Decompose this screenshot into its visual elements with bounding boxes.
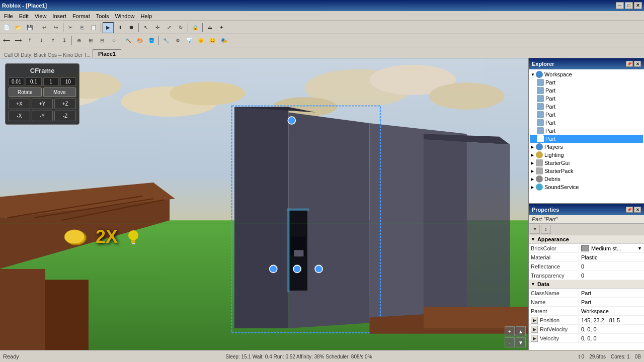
tree-part-6[interactable]: Part — [530, 119, 643, 127]
new-button[interactable]: 📄 — [1, 22, 12, 33]
redo-button[interactable]: ↪ — [50, 22, 61, 33]
menu-file[interactable]: File — [1, 12, 16, 20]
maximize-button[interactable]: □ — [625, 2, 633, 9]
tb2-6[interactable]: ↧ — [59, 35, 70, 46]
tb2-9[interactable]: ⊟ — [97, 35, 108, 46]
open-button[interactable]: 📂 — [13, 22, 24, 33]
menu-tools[interactable]: Tools — [93, 12, 112, 20]
brickcolor-value[interactable]: Medium st... ▼ — [579, 245, 644, 252]
props-sort-btn[interactable]: ↕ — [541, 225, 551, 234]
reflectance-value[interactable]: 0 — [579, 263, 644, 270]
tree-debris[interactable]: ▶ Debris — [530, 175, 643, 183]
plus-x-button[interactable]: +X — [9, 99, 30, 109]
menu-help[interactable]: Help — [138, 12, 155, 20]
minus-y-button[interactable]: -Y — [32, 111, 53, 121]
save-button[interactable]: 💾 — [24, 22, 35, 33]
tb2-16[interactable]: 📊 — [184, 35, 195, 46]
appearance-section-header[interactable]: ▼ Appearance — [529, 235, 644, 244]
tb2-17[interactable]: 🌞 — [195, 35, 206, 46]
tb2-13[interactable]: 🪣 — [146, 35, 157, 46]
dropdown-arrow-icon[interactable]: ▼ — [637, 246, 642, 251]
cframe-val-001[interactable]: 0.01 — [9, 77, 24, 86]
properties-pin-button[interactable]: 📌 — [626, 207, 633, 213]
rotate-tool[interactable]: ↻ — [175, 22, 186, 33]
undo-button[interactable]: ↩ — [39, 22, 50, 33]
minimize-button[interactable]: ─ — [616, 2, 624, 9]
viewport[interactable]: CFrame 0.01 0.1 1 10 Rotate Move +X +Y +… — [0, 58, 528, 350]
tb2-7[interactable]: ⊕ — [73, 35, 85, 46]
move-button[interactable]: Move — [43, 87, 76, 97]
tb2-2[interactable]: ⟶ — [13, 35, 24, 46]
minus-z-button[interactable]: -Z — [54, 111, 76, 121]
scale-tool[interactable]: ⤢ — [164, 22, 175, 33]
parent-value[interactable]: Workspace — [579, 308, 644, 315]
data-section-header[interactable]: ▼ Data — [529, 280, 644, 289]
place1-tab[interactable]: Place1 — [93, 49, 121, 58]
explorer-tree[interactable]: ▼ Workspace Part Part — [529, 69, 644, 203]
rotate-button[interactable]: Rotate — [9, 87, 42, 97]
tree-workspace[interactable]: ▼ Workspace — [530, 70, 643, 78]
snap-button[interactable]: 🔒 — [190, 22, 201, 33]
tb2-10[interactable]: ☆ — [108, 35, 119, 46]
tree-part-5[interactable]: Part — [530, 111, 643, 119]
properties-close-button[interactable]: ✕ — [634, 207, 641, 213]
cframe-val-10[interactable]: 10 — [60, 77, 76, 86]
tb2-11[interactable]: 🔨 — [123, 35, 134, 46]
zoom-out-button[interactable]: - — [505, 337, 515, 347]
select-tool[interactable]: ↖ — [140, 22, 151, 33]
pause-button[interactable]: ⏸ — [114, 22, 125, 33]
tb2-12[interactable]: 🎨 — [134, 35, 145, 46]
tb2-8[interactable]: ⊞ — [85, 35, 96, 46]
classname-value[interactable]: Part — [579, 290, 644, 297]
play-button[interactable]: ▶ — [103, 22, 114, 33]
move-tool[interactable]: ✛ — [152, 22, 163, 33]
zoom-in-button[interactable]: + — [505, 326, 515, 336]
close-button[interactable]: ✕ — [634, 2, 642, 9]
plus-y-button[interactable]: +Y — [32, 99, 53, 109]
tb2-19[interactable]: 🎭 — [218, 35, 229, 46]
tb2-18[interactable]: 😊 — [207, 35, 218, 46]
tree-part-8-selected[interactable]: Part — [530, 135, 643, 143]
minus-x-button[interactable]: -X — [9, 111, 30, 121]
tree-part-2[interactable]: Part — [530, 86, 643, 95]
tb2-1[interactable]: ⟵ — [1, 35, 12, 46]
terrain-button[interactable]: ⛰ — [204, 22, 215, 33]
scroll-down-button[interactable]: ▼ — [516, 337, 526, 347]
position-expand[interactable]: ▶ — [531, 317, 538, 324]
effects-button[interactable]: ✦ — [216, 22, 227, 33]
tb2-4[interactable]: ⤓ — [36, 35, 47, 46]
tree-part-4[interactable]: Part — [530, 103, 643, 111]
material-value[interactable]: Plastic — [579, 254, 644, 261]
menu-format[interactable]: Format — [69, 12, 93, 20]
transparency-value[interactable]: 0 — [579, 272, 644, 279]
cframe-val-1[interactable]: 1 — [43, 77, 59, 86]
explorer-close-button[interactable]: ✕ — [634, 61, 641, 67]
tree-startergui[interactable]: ▶ StarterGui — [530, 159, 643, 167]
menu-insert[interactable]: Insert — [49, 12, 69, 20]
tree-starterpack[interactable]: ▶ StarterPack — [530, 167, 643, 175]
copy-button[interactable]: ⎘ — [76, 22, 88, 33]
plus-z-button[interactable]: +Z — [54, 99, 76, 109]
scroll-up-button[interactable]: ▲ — [516, 326, 526, 336]
menu-edit[interactable]: Edit — [16, 12, 32, 20]
menu-window[interactable]: Window — [112, 12, 137, 20]
paste-button[interactable]: 📋 — [88, 22, 99, 33]
partname-value[interactable]: Part — [579, 299, 644, 306]
tree-part-1[interactable]: Part — [530, 78, 643, 86]
tree-part-3[interactable]: Part — [530, 95, 643, 103]
explorer-pin-button[interactable]: 📌 — [626, 61, 633, 67]
tree-part-7[interactable]: Part — [530, 127, 643, 135]
tree-players[interactable]: ▶ Players — [530, 143, 643, 151]
rotvelocity-expand[interactable]: ▶ — [531, 326, 538, 333]
velocity-expand[interactable]: ▶ — [531, 335, 538, 342]
tree-lighting[interactable]: ▶ Lighting — [530, 151, 643, 159]
tb2-14[interactable]: 🔧 — [160, 35, 172, 46]
tb2-5[interactable]: ↥ — [47, 35, 58, 46]
tb2-15[interactable]: ⚙ — [172, 35, 183, 46]
cframe-val-01[interactable]: 0.1 — [26, 77, 41, 86]
tree-soundservice[interactable]: ▶ SoundService — [530, 183, 643, 191]
stop-button[interactable]: ⏹ — [126, 22, 137, 33]
cut-button[interactable]: ✂ — [65, 22, 76, 33]
props-view-btn[interactable]: ≡ — [530, 225, 540, 234]
tb2-3[interactable]: ⤒ — [24, 35, 35, 46]
